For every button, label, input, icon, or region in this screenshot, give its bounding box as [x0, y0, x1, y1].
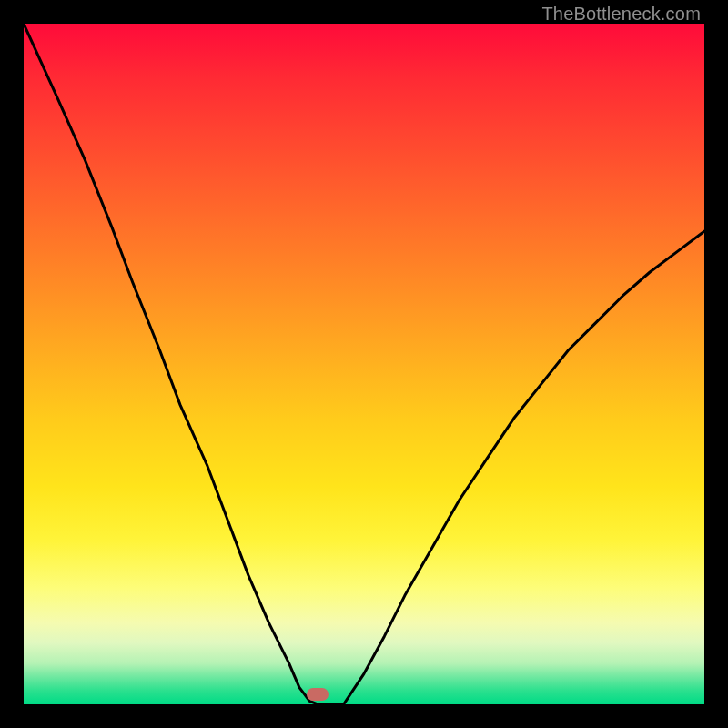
curve-layer — [24, 24, 704, 704]
watermark-text: TheBottleneck.com — [541, 4, 701, 25]
plot-area — [24, 24, 704, 704]
optimum-marker — [307, 688, 329, 701]
bottleneck-curve — [24, 24, 704, 704]
chart-frame: TheBottleneck.com — [0, 0, 728, 728]
